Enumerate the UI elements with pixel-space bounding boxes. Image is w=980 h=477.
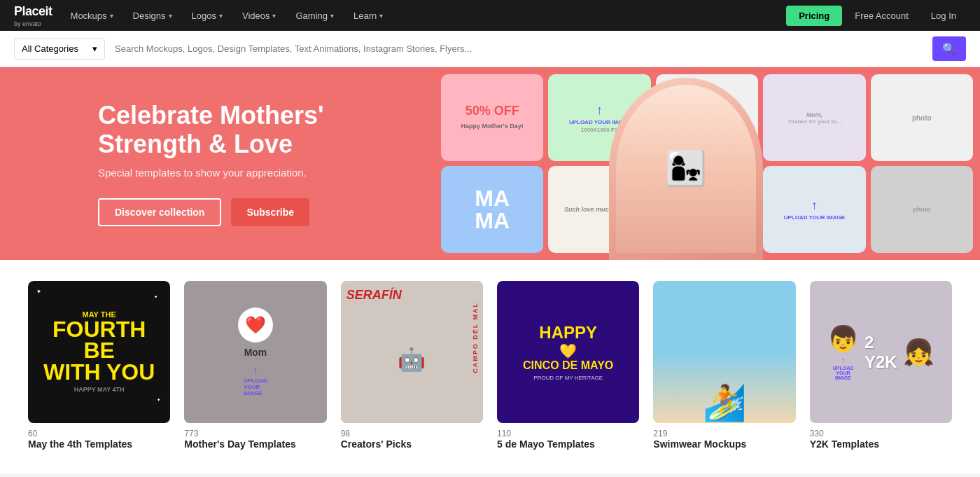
card-meta-swimwear: 219 Swimwear Mockups [653, 423, 795, 452]
card-image-swimwear: 🏄 [653, 281, 795, 423]
logo-sub: by envato [14, 20, 52, 27]
card-title: Mother's Day Templates [184, 438, 326, 450]
hero-banner: 50% OFF Happy Mother's Day! ↑ UPLOAD YOU… [0, 67, 980, 260]
logo[interactable]: Placeit by envato [14, 4, 52, 27]
login-link[interactable]: Log In [921, 11, 966, 21]
card-count: 219 [653, 429, 795, 438]
cards-grid: MAY THE FOURTHBEWITH YOU HAPPY MAY 4TH ✦… [28, 281, 952, 452]
card-meta-y2k: 330 Y2K Templates [810, 423, 952, 452]
search-input[interactable] [112, 39, 925, 59]
discover-collection-button[interactable]: Discover collection [98, 198, 221, 226]
card-count: 60 [28, 429, 170, 438]
chevron-down-icon: ▾ [379, 12, 383, 20]
card-image-mothers-day: ❤️ Mom ↑ UPLOADYOURIMAGE [184, 281, 326, 423]
chevron-down-icon: ▾ [92, 43, 97, 54]
free-account-link[interactable]: Free Account [845, 11, 918, 21]
card-image-cinco: HAPPY 💛 CINCO DE MAYO PROUD OF MY HERITA… [497, 281, 639, 423]
subscribe-button[interactable]: Subscribe [231, 198, 309, 226]
hero-title: Celebrate Mothers' Strength & Love [98, 101, 378, 159]
hero-subtitle: Special templates to show your appreciat… [98, 167, 378, 179]
nav-learn[interactable]: Learn ▾ [345, 0, 391, 31]
cards-section: MAY THE FOURTHBEWITH YOU HAPPY MAY 4TH ✦… [0, 260, 980, 473]
card-meta-may4th: 60 May the 4th Templates [28, 423, 170, 452]
card-title: Swimwear Mockups [653, 438, 795, 450]
nav-designs[interactable]: Designs ▾ [125, 0, 181, 31]
mosaic-card-10: photo [871, 166, 973, 253]
card-cinco[interactable]: HAPPY 💛 CINCO DE MAYO PROUD OF MY HERITA… [497, 281, 639, 452]
card-meta-creators: 98 Creators' Picks [341, 423, 483, 452]
card-count: 330 [810, 429, 952, 438]
search-button[interactable]: 🔍 [932, 36, 966, 61]
card-title: May the 4th Templates [28, 438, 170, 450]
chevron-down-icon: ▾ [219, 12, 223, 20]
card-image-creators: SERAFÍN 🤖 CAMPO DEL MAL [341, 281, 483, 423]
card-y2k[interactable]: 👦 ↑ UPLOADYOURIMAGE 2Y2K 👧 330 Y2K Templ… [810, 281, 952, 452]
nav-mockups[interactable]: Mockups ▾ [62, 0, 122, 31]
search-bar: All Categories ▾ 🔍 [0, 31, 980, 67]
card-mothers-day[interactable]: ❤️ Mom ↑ UPLOADYOURIMAGE 773 Mother's Da… [184, 281, 326, 452]
chevron-down-icon: ▾ [330, 12, 334, 20]
card-title: Y2K Templates [810, 438, 952, 450]
nav-gaming[interactable]: Gaming ▾ [287, 0, 342, 31]
card-title: 5 de Mayo Templates [497, 438, 639, 450]
navbar: Placeit by envato Mockups ▾ Designs ▾ Lo… [0, 0, 980, 31]
chevron-down-icon: ▾ [272, 12, 276, 20]
logo-text: Placeit [14, 4, 52, 18]
card-count: 110 [497, 429, 639, 438]
mosaic-card-5: photo [871, 74, 973, 161]
hero-buttons: Discover collection Subscribe [98, 198, 378, 226]
card-title: Creators' Picks [341, 438, 483, 450]
card-count: 773 [184, 429, 326, 438]
mosaic-card-4: Mom, Thanks for your lo... [763, 74, 865, 161]
mosaic-card-6: MAMA [441, 166, 543, 253]
card-count: 98 [341, 429, 483, 438]
mosaic-card-9: ↑ UPLOAD YOUR IMAGE [763, 166, 865, 253]
pricing-button[interactable]: Pricing [786, 6, 842, 26]
nav-logos[interactable]: Logos ▾ [183, 0, 231, 31]
card-image-may-4th: MAY THE FOURTHBEWITH YOU HAPPY MAY 4TH ✦… [28, 281, 170, 423]
card-swimwear[interactable]: 🏄 219 Swimwear Mockups [653, 281, 795, 452]
mosaic-card-1: 50% OFF Happy Mother's Day! [441, 74, 543, 161]
hero-content: Celebrate Mothers' Strength & Love Speci… [98, 101, 378, 227]
search-input-wrapper [112, 39, 925, 59]
card-meta-cinco: 110 5 de Mayo Templates [497, 423, 639, 452]
card-creators[interactable]: SERAFÍN 🤖 CAMPO DEL MAL 98 Creators' Pic… [341, 281, 483, 452]
card-may-4th[interactable]: MAY THE FOURTHBEWITH YOU HAPPY MAY 4TH ✦… [28, 281, 170, 452]
category-select[interactable]: All Categories ▾ [14, 38, 105, 60]
search-icon: 🔍 [942, 42, 956, 55]
chevron-down-icon: ▾ [110, 12, 113, 20]
nav-videos[interactable]: Videos ▾ [234, 0, 285, 31]
chevron-down-icon: ▾ [169, 12, 172, 20]
card-image-y2k: 👦 ↑ UPLOADYOURIMAGE 2Y2K 👧 [810, 281, 952, 423]
card-meta-mothers: 773 Mother's Day Templates [184, 423, 326, 452]
may4th-sub: HAPPY MAY 4TH [74, 387, 125, 393]
